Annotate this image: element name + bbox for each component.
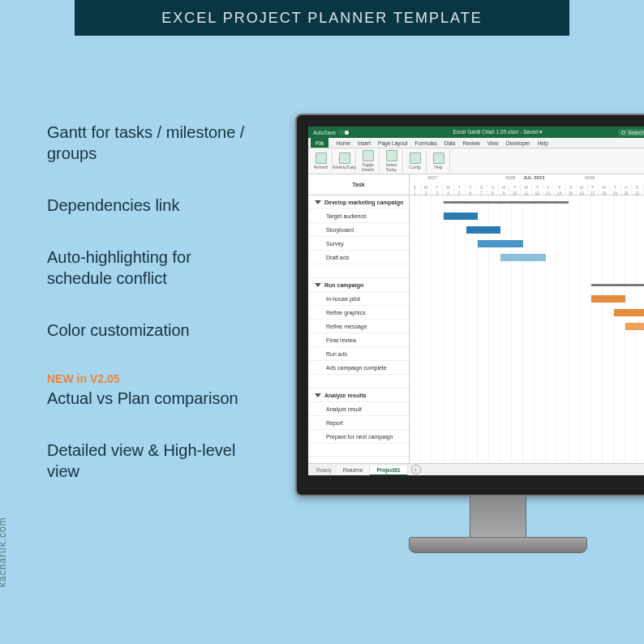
- task-list: Develop marketing campaignTarget audienc…: [308, 195, 409, 457]
- menu-page-layout[interactable]: Page Layout: [378, 140, 408, 146]
- grid-column: [591, 195, 603, 463]
- task-row[interactable]: Draft ads: [308, 251, 409, 264]
- grid-column: [478, 195, 489, 463]
- excel-ribbon: RefreshWeekly/DailyToggle DetailsSelect …: [308, 148, 644, 174]
- grid-column: [421, 195, 432, 463]
- task-group[interactable]: Analyze results: [308, 389, 409, 402]
- grid-column: [500, 195, 512, 463]
- menu-data[interactable]: Data: [444, 140, 456, 146]
- task-row[interactable]: Prepare for next campaign: [308, 430, 409, 444]
- day-header: M2: [421, 184, 432, 195]
- monitor-mockup: AutoSave Excel Gantt Chart 1.05.xlsm - S…: [295, 114, 644, 553]
- feature-text: Color customization: [47, 320, 258, 341]
- ribbon-weekly-daily[interactable]: Weekly/Daily: [333, 150, 356, 172]
- monitor-stand-base: [409, 537, 587, 553]
- menu-developer[interactable]: Developer: [506, 140, 530, 146]
- task-row[interactable]: Refine graphics: [308, 306, 409, 320]
- task-row[interactable]: Report: [308, 416, 409, 430]
- ribbon-select-today[interactable]: Select Today: [380, 150, 403, 172]
- spacer-row: [308, 375, 409, 389]
- grid-column: [603, 195, 614, 463]
- feature-text: Actual vs Plan comparison: [47, 388, 258, 409]
- add-sheet-button[interactable]: +: [411, 465, 421, 474]
- excel-titlebar: AutoSave Excel Gantt Chart 1.05.xlsm - S…: [308, 127, 644, 138]
- sheet-tab-readme[interactable]: Readme: [337, 466, 371, 474]
- search-box[interactable]: Search: [618, 129, 644, 136]
- menu-review[interactable]: Review: [462, 140, 479, 146]
- ribbon-refresh[interactable]: Refresh: [310, 150, 333, 172]
- week-label: W27: [427, 175, 437, 180]
- collapse-icon[interactable]: [315, 200, 321, 204]
- menu-help[interactable]: Help: [537, 140, 547, 146]
- ribbon-config[interactable]: Config: [404, 150, 427, 172]
- sheet-tab-project01[interactable]: Project01: [370, 466, 407, 476]
- task-row[interactable]: Storyboard: [308, 223, 409, 237]
- collapse-icon[interactable]: [315, 393, 321, 397]
- menu-formulas[interactable]: Formulas: [415, 140, 437, 146]
- task-row[interactable]: Refine message: [308, 320, 409, 333]
- gantt-bar[interactable]: [466, 226, 500, 234]
- gantt-bar[interactable]: [444, 201, 569, 204]
- day-header: T12: [532, 184, 543, 195]
- timeline: W27 JUL 2023 W28 W29 S1M2T3W4T5F6S7S8M9T…: [410, 174, 644, 463]
- task-row[interactable]: Run ads: [308, 347, 409, 361]
- menu-file[interactable]: File: [311, 138, 328, 148]
- task-column: Task Develop marketing campaignTarget au…: [308, 174, 410, 463]
- day-header: S14: [554, 184, 565, 195]
- gantt-bar[interactable]: [614, 309, 644, 316]
- gantt-bar[interactable]: [591, 284, 644, 286]
- day-header: W4: [443, 184, 454, 195]
- grid-column: [523, 195, 535, 463]
- excel-menu: FileHomeInsertPage LayoutFormulasDataRev…: [308, 138, 644, 148]
- new-badge: NEW in V2.05: [47, 371, 258, 386]
- ribbon-label: Toggle Details: [357, 162, 379, 172]
- task-group[interactable]: Run campaign: [308, 278, 409, 292]
- search-icon: [621, 131, 625, 135]
- gantt-bar[interactable]: [625, 323, 644, 330]
- grid-column: [580, 195, 591, 463]
- menu-insert[interactable]: Insert: [358, 140, 371, 146]
- grid-column: [489, 195, 500, 463]
- day-header: S15: [565, 184, 577, 195]
- ribbon-icon: [433, 152, 444, 164]
- day-header: F13: [543, 184, 555, 195]
- menu-view[interactable]: View: [487, 140, 499, 146]
- collapse-icon[interactable]: [315, 283, 321, 287]
- feature-text: Auto-highlighting for schedule conflict: [47, 247, 258, 289]
- feature-item: Auto-highlighting for schedule conflict: [47, 247, 258, 289]
- day-header: F6: [466, 184, 477, 195]
- feature-text: Dependencies link: [47, 195, 258, 216]
- gantt-bar[interactable]: [478, 240, 523, 247]
- ribbon-label: Help: [434, 165, 442, 170]
- menu-home[interactable]: Home: [336, 140, 350, 146]
- gantt-bar[interactable]: [444, 213, 478, 220]
- spacer-row: [308, 264, 409, 278]
- day-header: S1: [410, 184, 421, 195]
- ribbon-help[interactable]: Help: [427, 150, 450, 172]
- week-label: W29: [585, 175, 595, 180]
- watermark: kacharuk.com: [0, 517, 8, 587]
- gantt-bar[interactable]: [591, 295, 625, 303]
- grid-column: [455, 195, 466, 463]
- monitor-bezel: AutoSave Excel Gantt Chart 1.05.xlsm - S…: [295, 114, 644, 496]
- day-header: T3: [431, 184, 443, 195]
- grid-column: [410, 195, 421, 463]
- autosave-toggle[interactable]: AutoSave: [313, 130, 350, 135]
- task-row[interactable]: In-house pilot: [308, 292, 409, 306]
- task-group[interactable]: Develop marketing campaign: [308, 195, 409, 209]
- grid-column: [546, 195, 557, 463]
- gantt-bar[interactable]: [500, 254, 546, 261]
- feature-item: Color customization: [47, 320, 258, 341]
- ribbon-toggle-details[interactable]: Toggle Details: [357, 150, 380, 172]
- status-ready: Ready: [311, 467, 337, 473]
- task-row[interactable]: Survey: [308, 237, 409, 251]
- task-row[interactable]: Analyze result: [308, 402, 409, 416]
- title-banner: EXCEL PROJECT PLANNER TEMPLATE: [75, 0, 569, 36]
- day-header: T5: [454, 184, 466, 195]
- day-header: T17: [588, 184, 599, 195]
- toggle-icon[interactable]: [338, 130, 350, 135]
- task-row[interactable]: Ads campaign complete: [308, 361, 409, 375]
- task-row[interactable]: Final review: [308, 333, 409, 347]
- task-row[interactable]: Target audience: [308, 209, 409, 223]
- feature-item: NEW in V2.05Actual vs Plan comparison: [47, 371, 258, 409]
